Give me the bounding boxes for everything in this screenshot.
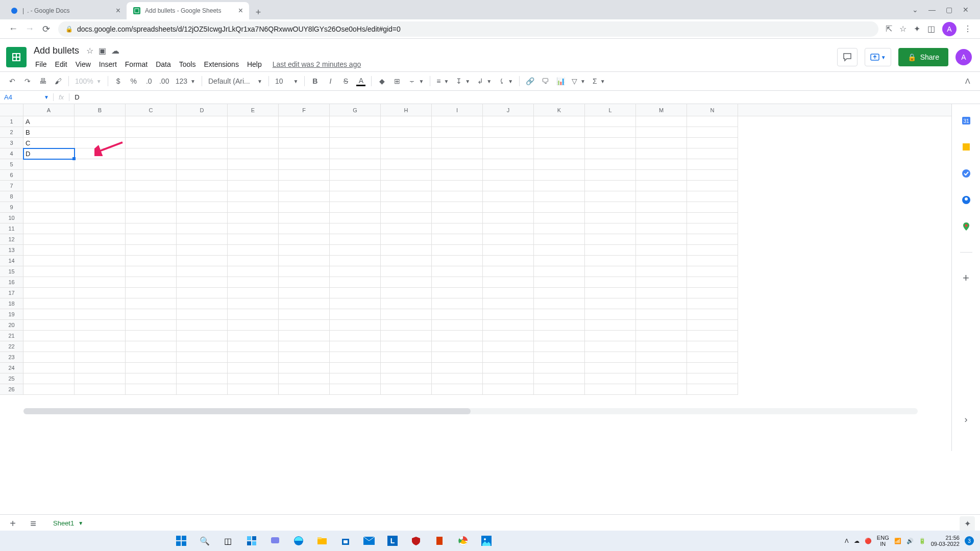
explorer-icon[interactable] bbox=[312, 533, 332, 549]
cell[interactable] bbox=[75, 181, 126, 191]
keep-icon[interactable] bbox=[960, 141, 972, 153]
cell[interactable] bbox=[636, 223, 687, 234]
cell[interactable] bbox=[177, 223, 228, 234]
cell[interactable] bbox=[381, 148, 432, 159]
photos-icon[interactable] bbox=[476, 533, 497, 549]
contacts-icon[interactable] bbox=[960, 194, 972, 206]
redo-button[interactable]: ↷ bbox=[20, 74, 35, 88]
cell[interactable] bbox=[177, 277, 228, 288]
cell[interactable] bbox=[228, 373, 279, 384]
row-header[interactable]: 8 bbox=[0, 191, 23, 202]
profile-avatar[interactable]: A bbox=[942, 22, 957, 36]
cell[interactable] bbox=[432, 159, 483, 170]
cell[interactable] bbox=[23, 213, 75, 223]
cell[interactable] bbox=[228, 341, 279, 352]
cell[interactable] bbox=[483, 266, 534, 277]
cell[interactable] bbox=[636, 298, 687, 309]
cell[interactable] bbox=[23, 384, 75, 395]
cell[interactable] bbox=[330, 127, 381, 138]
row-header[interactable]: 5 bbox=[0, 159, 23, 170]
cell[interactable] bbox=[687, 159, 738, 170]
cell[interactable] bbox=[381, 331, 432, 341]
cell[interactable] bbox=[381, 298, 432, 309]
cell[interactable] bbox=[432, 256, 483, 266]
cell[interactable] bbox=[483, 181, 534, 191]
select-all-corner[interactable] bbox=[0, 104, 23, 116]
cell[interactable] bbox=[534, 373, 585, 384]
bold-button[interactable]: B bbox=[308, 74, 322, 88]
cell[interactable] bbox=[381, 181, 432, 191]
text-wrap-button[interactable]: ↲▼ bbox=[474, 77, 495, 85]
cell[interactable] bbox=[75, 202, 126, 213]
cell[interactable] bbox=[687, 116, 738, 127]
cell[interactable] bbox=[534, 363, 585, 373]
cell[interactable] bbox=[279, 363, 330, 373]
cell[interactable] bbox=[177, 245, 228, 256]
cell[interactable] bbox=[534, 191, 585, 202]
browser-tab-docs[interactable]: | . - Google Docs × bbox=[4, 2, 127, 19]
tab-close-icon[interactable]: × bbox=[116, 6, 120, 15]
cell[interactable] bbox=[126, 159, 177, 170]
row-header[interactable]: 16 bbox=[0, 277, 23, 288]
share-button[interactable]: 🔒 Share bbox=[898, 48, 948, 66]
row-header[interactable]: 23 bbox=[0, 352, 23, 363]
cell[interactable] bbox=[636, 384, 687, 395]
cell[interactable] bbox=[279, 234, 330, 245]
cell[interactable] bbox=[483, 213, 534, 223]
cell[interactable] bbox=[381, 191, 432, 202]
cell[interactable] bbox=[534, 245, 585, 256]
collapse-toolbar-button[interactable]: ᐱ bbox=[961, 74, 975, 88]
cell[interactable] bbox=[177, 256, 228, 266]
row-header[interactable]: 17 bbox=[0, 288, 23, 298]
menu-data[interactable]: Data bbox=[152, 58, 175, 70]
cell[interactable] bbox=[23, 256, 75, 266]
cell[interactable] bbox=[228, 363, 279, 373]
column-header[interactable]: D bbox=[177, 104, 228, 116]
cell[interactable] bbox=[330, 288, 381, 298]
chat-icon[interactable] bbox=[265, 533, 285, 549]
column-header[interactable]: F bbox=[279, 104, 330, 116]
cell[interactable] bbox=[432, 116, 483, 127]
cell[interactable] bbox=[534, 223, 585, 234]
cell[interactable] bbox=[585, 148, 636, 159]
cell[interactable] bbox=[126, 288, 177, 298]
cell[interactable] bbox=[23, 341, 75, 352]
cell[interactable] bbox=[636, 331, 687, 341]
cell[interactable] bbox=[534, 234, 585, 245]
cell[interactable] bbox=[228, 234, 279, 245]
store-icon[interactable] bbox=[335, 533, 356, 549]
cell[interactable] bbox=[279, 116, 330, 127]
cell[interactable] bbox=[23, 181, 75, 191]
cell[interactable] bbox=[330, 181, 381, 191]
cell[interactable] bbox=[126, 191, 177, 202]
formula-input[interactable]: D bbox=[69, 93, 980, 101]
cell[interactable] bbox=[483, 138, 534, 148]
cell[interactable] bbox=[585, 245, 636, 256]
cell[interactable] bbox=[687, 202, 738, 213]
cell[interactable] bbox=[534, 256, 585, 266]
cell[interactable] bbox=[75, 266, 126, 277]
cell[interactable] bbox=[75, 298, 126, 309]
cell[interactable] bbox=[483, 127, 534, 138]
cell[interactable] bbox=[177, 148, 228, 159]
calendar-icon[interactable]: 31 bbox=[960, 114, 972, 127]
cell[interactable] bbox=[177, 181, 228, 191]
row-header[interactable]: 26 bbox=[0, 384, 23, 395]
cell[interactable] bbox=[687, 320, 738, 331]
cell[interactable] bbox=[687, 298, 738, 309]
cell[interactable] bbox=[279, 266, 330, 277]
cell[interactable] bbox=[330, 191, 381, 202]
row-header[interactable]: 24 bbox=[0, 363, 23, 373]
row-header[interactable]: 6 bbox=[0, 170, 23, 181]
cell[interactable] bbox=[636, 277, 687, 288]
cell[interactable] bbox=[687, 384, 738, 395]
cell[interactable] bbox=[585, 138, 636, 148]
cell[interactable] bbox=[279, 191, 330, 202]
cell[interactable] bbox=[636, 363, 687, 373]
menu-extensions[interactable]: Extensions bbox=[200, 58, 242, 70]
cell[interactable] bbox=[432, 191, 483, 202]
cell[interactable] bbox=[636, 341, 687, 352]
cell[interactable] bbox=[330, 234, 381, 245]
cell[interactable] bbox=[228, 116, 279, 127]
cell[interactable] bbox=[636, 191, 687, 202]
